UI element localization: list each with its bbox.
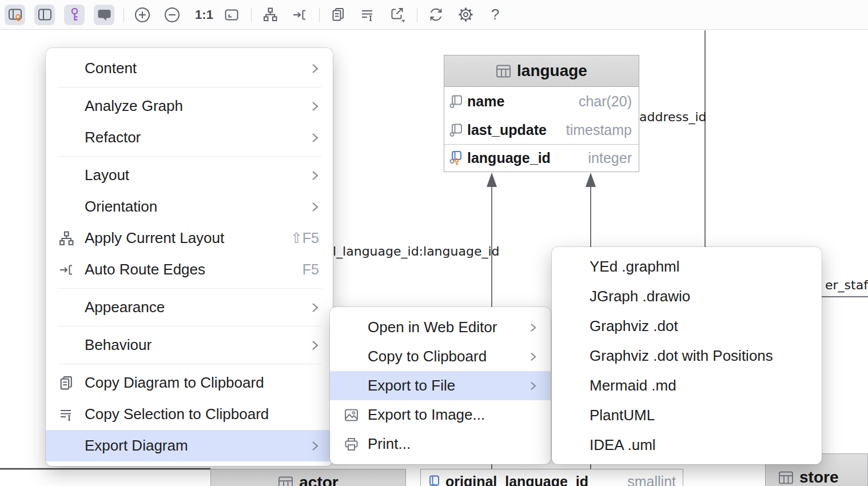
diagram-context-menu: Content Analyze Graph Refactor Layout Or… <box>46 48 333 466</box>
open-in-external-button[interactable] <box>387 5 408 25</box>
column-name: last_update <box>467 122 547 138</box>
toolbar-separator <box>417 7 417 22</box>
zoom-out-button[interactable] <box>162 5 182 25</box>
menu-item-yed-graphml[interactable]: YEd .graphml <box>552 252 822 281</box>
auto-route-icon <box>58 262 74 278</box>
table-row[interactable]: original_language_id smallint <box>421 469 683 486</box>
export-diagram-submenu: Open in Web Editor Copy to Clipboard Exp… <box>330 307 551 464</box>
refresh-button[interactable] <box>425 5 446 25</box>
copy-diagram-icon <box>331 7 346 22</box>
menu-item-appearance[interactable]: Appearance <box>46 292 333 323</box>
primary-key-icon <box>449 150 464 166</box>
column-type: smallint <box>627 473 676 486</box>
menu-item-open-in-web-editor[interactable]: Open in Web Editor <box>330 313 551 342</box>
zoom-in-icon <box>134 6 151 23</box>
chevron-right-icon <box>311 62 319 75</box>
help-button[interactable]: ? <box>485 6 505 23</box>
menu-item-copy-diagram-to-clipboard[interactable]: Copy Diagram to Clipboard <box>46 367 333 399</box>
edge-label-staff-fk: er_staff_ <box>825 278 868 292</box>
menu-separator <box>57 87 321 87</box>
menu-item-content[interactable]: Content <box>46 53 333 84</box>
menu-item-export-to-file[interactable]: Export to File <box>330 371 551 400</box>
menu-item-export-to-image[interactable]: Export to Image... <box>330 400 551 429</box>
diagram-toolbar: 1:1 <box>0 0 868 30</box>
copy-selection-icon <box>58 407 74 423</box>
copy-selection-button[interactable] <box>357 5 378 25</box>
menu-item-analyze-graph[interactable]: Analyze Graph <box>46 90 333 122</box>
menu-item-auto-route-edges[interactable]: Auto Route Edges F5 <box>46 254 333 285</box>
menu-item-jgraph-drawio[interactable]: JGraph .drawio <box>552 281 822 311</box>
table-title: language <box>517 62 587 80</box>
copy-diagram-button[interactable] <box>328 5 348 25</box>
table-language[interactable]: language name char(20) last_update times… <box>444 55 639 172</box>
settings-button[interactable] <box>455 5 476 25</box>
menu-item-idea-uml[interactable]: IDEA .uml <box>552 430 822 460</box>
menu-separator <box>57 364 321 364</box>
refresh-icon <box>428 6 444 23</box>
table-language-header[interactable]: language <box>444 55 639 87</box>
fit-content-icon <box>224 7 240 23</box>
table-icon <box>778 470 794 485</box>
fit-content-button[interactable] <box>221 5 242 25</box>
show-comments-toggle[interactable] <box>94 5 114 25</box>
foreign-key-icon <box>428 475 442 486</box>
menu-item-plantuml[interactable]: PlantUML <box>552 400 822 430</box>
menu-item-orientation[interactable]: Orientation <box>46 191 333 222</box>
column-type: integer <box>588 150 632 166</box>
table-row[interactable]: language_id integer <box>444 144 639 172</box>
show-keys-toggle[interactable] <box>64 5 85 25</box>
key-toggle-icon <box>67 7 82 22</box>
chevron-right-icon <box>311 100 319 113</box>
chevron-right-icon <box>311 301 319 314</box>
chevron-right-icon <box>311 339 319 352</box>
show-columns-keys-toggle[interactable] <box>5 5 25 25</box>
shortcut-label: ⇧F5 <box>290 230 319 246</box>
apply-layout-button[interactable] <box>260 5 280 25</box>
menu-item-behaviour[interactable]: Behaviour <box>46 329 333 361</box>
columns-toggle-icon <box>37 7 53 22</box>
comment-toggle-icon <box>97 7 112 22</box>
auto-route-button[interactable] <box>289 5 310 25</box>
shortcut-label: F5 <box>302 261 319 278</box>
show-column-panels-toggle[interactable] <box>34 5 55 25</box>
chevron-right-icon <box>529 351 537 362</box>
copy-diagram-icon <box>58 375 74 391</box>
apply-layout-icon <box>262 7 278 22</box>
menu-item-layout[interactable]: Layout <box>46 160 333 191</box>
zoom-in-button[interactable] <box>132 5 153 25</box>
column-icon <box>449 123 464 137</box>
copy-selection-icon <box>360 7 376 23</box>
toolbar-separator <box>124 7 124 22</box>
table-film-partial[interactable]: original_language_id smallint <box>420 469 683 486</box>
column-name: name <box>467 93 504 110</box>
column-type: char(20) <box>579 93 632 110</box>
menu-item-print[interactable]: Print... <box>330 429 551 459</box>
table-title: actor <box>299 473 338 486</box>
table-row[interactable]: name char(20) <box>444 87 639 115</box>
table-actor[interactable]: actor <box>210 469 406 486</box>
menu-item-copy-to-clipboard[interactable]: Copy to Clipboard <box>330 342 551 371</box>
column-name: original_language_id <box>445 473 588 486</box>
table-row[interactable]: last_update timestamp <box>444 115 639 144</box>
menu-item-refactor[interactable]: Refactor <box>46 122 333 153</box>
column-icon <box>449 94 464 109</box>
menu-item-graphviz-dot-with-positions[interactable]: Graphviz .dot with Positions <box>552 341 822 371</box>
auto-route-icon <box>292 7 308 23</box>
menu-item-mermaid-md[interactable]: Mermaid .md <box>552 371 822 400</box>
apply-layout-icon <box>58 230 74 246</box>
chevron-right-icon <box>529 322 537 333</box>
toolbar-separator <box>251 7 252 22</box>
menu-separator <box>57 326 321 326</box>
chevron-right-icon <box>311 440 319 452</box>
menu-item-export-diagram[interactable]: Export Diagram <box>46 430 333 461</box>
chevron-right-icon <box>529 380 537 392</box>
chevron-right-icon <box>311 169 319 182</box>
menu-item-apply-current-layout[interactable]: Apply Current Layout ⇧F5 <box>46 222 333 254</box>
menu-item-copy-selection-to-clipboard[interactable]: Copy Selection to Clipboard <box>46 399 333 430</box>
image-icon <box>344 407 359 423</box>
export-format-submenu: YEd .graphml JGraph .drawio Graphviz .do… <box>552 247 822 464</box>
menu-item-graphviz-dot[interactable]: Graphviz .dot <box>552 311 822 341</box>
actual-size-button[interactable]: 1:1 <box>192 7 217 22</box>
table-icon <box>496 63 511 79</box>
table-actor-header[interactable]: actor <box>211 469 405 486</box>
